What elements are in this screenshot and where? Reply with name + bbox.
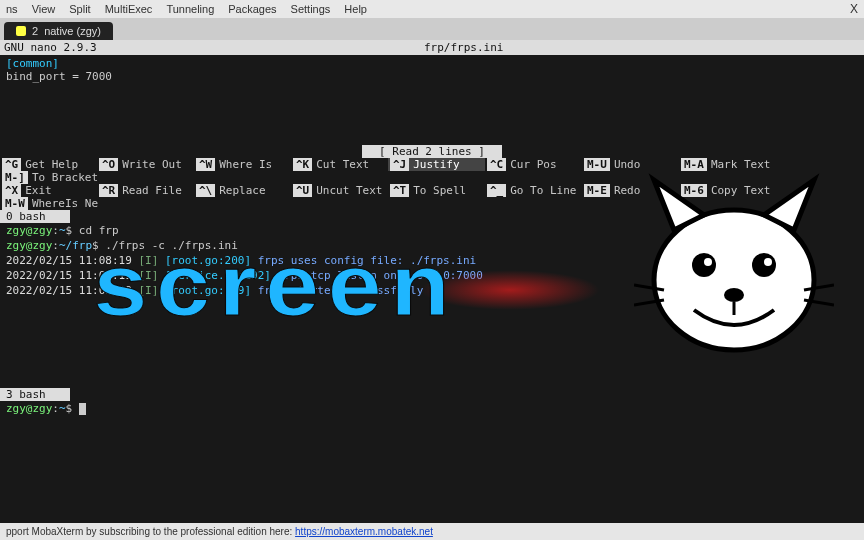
footer-bar: pport MobaXterm by subscribing to the pr… (0, 523, 864, 540)
nano-shortcut[interactable]: ^UUncut Text (291, 184, 388, 197)
nano-status: [ Read 2 lines ] (362, 145, 502, 158)
shortcut-key: ^_ (487, 184, 506, 197)
tab-index: 2 (32, 25, 38, 37)
shortcut-key: M-W (2, 197, 28, 210)
nano-header: GNU nano 2.9.3 frp/frps.ini (0, 40, 864, 55)
menu-item[interactable]: ns (6, 3, 18, 15)
shortcut-label: Exit (25, 184, 52, 197)
shortcut-label: Redo (614, 184, 641, 197)
tab-session[interactable]: 2 native (zgy) (4, 22, 113, 40)
shortcut-key: ^O (99, 158, 118, 171)
shortcut-label: Cut Text (316, 158, 369, 171)
pane-empty (0, 298, 864, 388)
shortcut-key: ^C (487, 158, 506, 171)
menu-item[interactable]: Tunneling (166, 3, 214, 15)
shortcut-key: ^R (99, 184, 118, 197)
nano-shortcut[interactable]: ^CCur Pos (485, 158, 582, 171)
cmd-line: zgy@zgy:~$ cd frp (0, 223, 864, 238)
nano-shortcut[interactable]: M-ERedo (582, 184, 679, 197)
footer-text: pport MobaXterm by subscribing to the pr… (6, 526, 292, 537)
shortcut-label: Cur Pos (510, 158, 556, 171)
nano-content[interactable]: [common] bind_port = 7000 (0, 55, 864, 85)
shortcut-key: M-E (584, 184, 610, 197)
tab-label: native (zgy) (44, 25, 101, 37)
nano-shortcut[interactable]: M-WWhereIs Ne (0, 197, 100, 210)
shortcut-label: Mark Text (711, 158, 771, 171)
menu-item[interactable]: MultiExec (105, 3, 153, 15)
nano-version: GNU nano 2.9.3 (4, 41, 424, 54)
cmd-text: cd frp (79, 224, 119, 237)
prompt-user: zgy@zgy (6, 402, 52, 415)
shortcut-label: Copy Text (711, 184, 771, 197)
cmd-text: ./frps -c ./frps.ini (105, 239, 237, 252)
nano-empty-area (0, 85, 864, 145)
nano-shortcut[interactable]: ^XExit (0, 184, 97, 197)
nano-shortcut[interactable]: ^KCut Text (291, 158, 388, 171)
nano-shortcut[interactable]: ^\Replace (194, 184, 291, 197)
shortcut-key: ^U (293, 184, 312, 197)
prompt-user: zgy@zgy (6, 239, 52, 252)
prompt-path: ~/frp (59, 239, 92, 252)
prompt-path: ~ (59, 224, 66, 237)
menu-item[interactable]: Split (69, 3, 90, 15)
cursor-icon (79, 403, 86, 415)
shortcut-label: Write Out (122, 158, 182, 171)
nano-filename: frp/frps.ini (424, 41, 503, 54)
shortcut-label: Go To Line (510, 184, 576, 197)
pane-empty (0, 416, 864, 536)
shortcut-key: M-6 (681, 184, 707, 197)
nano-shortcuts-row1: ^GGet Help^OWrite Out^WWhere Is^KCut Tex… (0, 158, 864, 184)
config-line: bind_port = 7000 (6, 70, 858, 83)
shortcut-key: ^\ (196, 184, 215, 197)
nano-shortcut[interactable]: ^GGet Help (0, 158, 97, 171)
shortcut-label: To Spell (413, 184, 466, 197)
menu-item[interactable]: Packages (228, 3, 276, 15)
shortcut-key: ^X (2, 184, 21, 197)
shortcut-label: Justify (413, 158, 459, 171)
log-line: 2022/02/15 11:08:19 [I] [root.go:209] fr… (0, 283, 864, 298)
nano-shortcut[interactable]: ^_Go To Line (485, 184, 582, 197)
terminal-area[interactable]: GNU nano 2.9.3 frp/frps.ini [common] bin… (0, 40, 864, 540)
menu-item[interactable]: View (32, 3, 56, 15)
nano-shortcuts-row2: ^XExit^RRead File^\Replace^UUncut Text^T… (0, 184, 864, 210)
shortcut-label: To Bracket (32, 171, 98, 184)
nano-shortcut[interactable]: M-AMark Text (679, 158, 776, 171)
nano-shortcut[interactable]: ^RRead File (97, 184, 194, 197)
menu-item[interactable]: Help (344, 3, 367, 15)
pane-3-title: 3 bash (0, 388, 70, 401)
log-line: 2022/02/15 11:08:19 [I] [root.go:200] fr… (0, 253, 864, 268)
shortcut-label: Replace (219, 184, 265, 197)
nano-shortcut[interactable]: ^OWrite Out (97, 158, 194, 171)
cmd-line: zgy@zgy:~/frp$ ./frps -c ./frps.ini (0, 238, 864, 253)
nano-shortcut[interactable]: ^JJustify (388, 158, 485, 171)
nano-shortcut[interactable]: M-6Copy Text (679, 184, 776, 197)
config-section: [common] (6, 57, 858, 70)
pane-0-title: 0 bash (0, 210, 70, 223)
shortcut-key: M-] (2, 171, 28, 184)
cmd-line[interactable]: zgy@zgy:~$ (0, 401, 864, 416)
shortcut-key: ^K (293, 158, 312, 171)
shortcut-key: ^J (390, 158, 409, 171)
prompt-path: ~ (59, 402, 66, 415)
shortcut-label: WhereIs Ne (32, 197, 98, 210)
shortcut-label: Read File (122, 184, 182, 197)
nano-shortcut[interactable]: M-UUndo (582, 158, 679, 171)
shortcut-key: ^W (196, 158, 215, 171)
shortcut-label: Undo (614, 158, 641, 171)
menubar[interactable]: ns View Split MultiExec Tunneling Packag… (0, 0, 864, 18)
close-icon[interactable]: X (850, 2, 858, 16)
log-line: 2022/02/15 11:08:19 [I] [service.go:192]… (0, 268, 864, 283)
prompt-user: zgy@zgy (6, 224, 52, 237)
shortcut-key: M-A (681, 158, 707, 171)
shortcut-key: ^G (2, 158, 21, 171)
terminal-icon (16, 26, 26, 36)
shortcut-label: Uncut Text (316, 184, 382, 197)
nano-shortcut[interactable]: M-]To Bracket (0, 171, 100, 184)
shortcut-key: ^T (390, 184, 409, 197)
shortcut-label: Get Help (25, 158, 78, 171)
menu-item[interactable]: Settings (291, 3, 331, 15)
footer-link[interactable]: https://mobaxterm.mobatek.net (295, 526, 433, 537)
shortcut-key: M-U (584, 158, 610, 171)
nano-shortcut[interactable]: ^WWhere Is (194, 158, 291, 171)
nano-shortcut[interactable]: ^TTo Spell (388, 184, 485, 197)
